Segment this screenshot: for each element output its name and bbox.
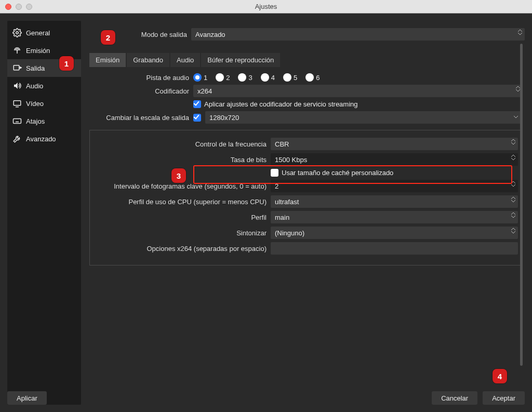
settings-window: Ajustes General Emisión Salida	[0, 0, 532, 412]
output-icon	[12, 63, 22, 73]
annotation-badge-3: 3	[171, 168, 186, 183]
x264opts-input[interactable]	[271, 242, 518, 255]
titlebar: Ajustes	[0, 0, 532, 14]
enforce-streaming-checkbox[interactable]: Aplicar ajustes de codificador de servic…	[193, 100, 358, 108]
stepper-icon	[511, 228, 516, 234]
window-title: Ajustes	[0, 3, 532, 10]
annotation-badge-2: 2	[101, 30, 115, 45]
stepper-icon[interactable]	[511, 154, 516, 161]
annotation-badge-1: 1	[59, 56, 74, 71]
rescale-label: Cambiar la escala de salida	[89, 114, 193, 122]
tune-row: Sintonizar (Ninguno)	[94, 227, 518, 239]
video-icon	[12, 99, 22, 108]
sidebar-item-label: Audio	[26, 82, 43, 90]
keyint-value: 2	[275, 182, 278, 190]
tab-audio[interactable]: Audio	[170, 53, 200, 67]
audio-icon	[12, 81, 22, 90]
cpu-preset-label: Perfil de uso de CPU (superior = menos C…	[94, 198, 271, 206]
encoder-settings-panel: Control de la frecuencia CBR Tasa de bit…	[89, 130, 523, 265]
encoder-select[interactable]: x264	[193, 85, 523, 97]
rescale-checkbox[interactable]	[193, 114, 201, 122]
x264opts-row: Opciones x264 (separadas por espacio)	[94, 242, 518, 255]
custom-buffer-checkbox[interactable]: Usar tamaño de caché personalizado	[271, 169, 393, 177]
audio-track-3[interactable]: 3	[238, 73, 252, 82]
sidebar-item-label: Salida	[26, 64, 45, 72]
x264opts-label: Opciones x264 (separadas por espacio)	[94, 245, 271, 252]
gear-icon	[12, 28, 22, 37]
tune-select[interactable]: (Ninguno)	[271, 227, 518, 239]
bottom-bar: Aplicar Cancelar Aceptar	[7, 391, 525, 405]
profile-select[interactable]: main	[271, 211, 518, 223]
tune-label: Sintonizar	[94, 229, 271, 237]
rate-control-row: Control de la frecuencia CBR	[94, 138, 518, 150]
sidebar-item-label: Vídeo	[26, 100, 44, 108]
bitrate-value: 1500 Kbps	[275, 156, 307, 164]
sidebar-item-hotkeys[interactable]: Atajos	[7, 112, 81, 130]
ok-button[interactable]: Aceptar	[483, 391, 525, 405]
svg-point-1	[17, 50, 18, 51]
bitrate-input[interactable]: 1500 Kbps	[271, 153, 518, 166]
bitrate-row: Tasa de bits 1500 Kbps	[94, 153, 518, 166]
audio-track-row: Pista de audio 1 2 3 4 5 6	[89, 73, 523, 82]
keyint-label: Intervalo de fotogramas clave (segundos,…	[94, 182, 271, 190]
svg-point-0	[16, 32, 19, 34]
audio-track-radios: 1 2 3 4 5 6	[193, 73, 325, 82]
content-area: Modo de salida Avanzado Emisión Grabando…	[87, 21, 525, 405]
cpu-preset-value: ultrafast	[275, 198, 299, 206]
sidebar-item-label: Atajos	[26, 117, 45, 125]
stepper-icon	[511, 212, 516, 218]
scrollbar[interactable]	[520, 44, 523, 366]
apply-button[interactable]: Aplicar	[7, 391, 47, 405]
body: General Emisión Salida Audio	[0, 14, 532, 412]
sidebar: General Emisión Salida Audio	[7, 21, 81, 405]
sidebar-item-label: Emisión	[26, 47, 50, 55]
stepper-icon	[511, 139, 516, 145]
annotation-badge-4: 4	[493, 369, 507, 383]
tab-streaming[interactable]: Emisión	[89, 53, 126, 67]
output-tabs: Emisión Grabando Audio Búfer de reproduc…	[87, 53, 525, 67]
sidebar-item-general[interactable]: General	[7, 24, 81, 42]
sidebar-item-advanced[interactable]: Avanzado	[7, 130, 81, 148]
stepper-icon[interactable]	[511, 181, 516, 187]
cancel-button[interactable]: Cancelar	[432, 391, 477, 405]
audio-track-5[interactable]: 5	[283, 73, 297, 82]
keyint-input[interactable]: 2	[271, 180, 518, 192]
tune-value: (Ninguno)	[275, 229, 304, 237]
rescale-select[interactable]: 1280x720	[205, 111, 523, 124]
keyboard-icon	[12, 116, 22, 126]
profile-value: main	[275, 214, 289, 221]
encoder-row: Codificador x264	[89, 85, 523, 97]
cpu-preset-select[interactable]: ultrafast	[271, 195, 518, 208]
bitrate-label: Tasa de bits	[94, 156, 271, 164]
enforce-label: Aplicar ajustes de codificador de servic…	[204, 100, 358, 108]
custom-buffer-label: Usar tamaño de caché personalizado	[282, 169, 393, 177]
rescale-row: Cambiar la escala de salida 1280x720	[89, 111, 523, 124]
sidebar-item-label: General	[26, 29, 50, 37]
audio-track-6[interactable]: 6	[305, 73, 320, 82]
tab-replay-buffer[interactable]: Búfer de reproducción	[201, 53, 280, 67]
sidebar-item-video[interactable]: Vídeo	[7, 95, 81, 112]
audio-track-label: Pista de audio	[89, 74, 193, 82]
rate-control-select[interactable]: CBR	[271, 138, 518, 150]
rate-control-label: Control de la frecuencia	[94, 140, 271, 148]
sidebar-item-audio[interactable]: Audio	[7, 77, 81, 95]
stepper-icon	[517, 29, 523, 35]
audio-track-1[interactable]: 1	[193, 73, 207, 82]
svg-rect-3	[14, 101, 21, 105]
output-mode-select[interactable]: Avanzado	[191, 28, 525, 41]
tools-icon	[12, 134, 22, 143]
streaming-panel: Pista de audio 1 2 3 4 5 6 Codificador x…	[87, 67, 525, 268]
rescale-value: 1280x720	[209, 114, 239, 122]
stepper-icon	[511, 196, 516, 203]
checkbox-icon	[271, 169, 278, 177]
audio-track-2[interactable]: 2	[216, 73, 230, 82]
svg-rect-4	[14, 119, 21, 124]
broadcast-icon	[12, 46, 22, 55]
checkbox-icon	[193, 100, 201, 108]
chevron-down-icon	[513, 115, 518, 118]
audio-track-4[interactable]: 4	[261, 73, 275, 82]
enforce-row: Aplicar ajustes de codificador de servic…	[89, 100, 523, 108]
encoder-label: Codificador	[89, 87, 193, 95]
output-mode-row: Modo de salida Avanzado	[87, 28, 525, 41]
tab-recording[interactable]: Grabando	[127, 53, 169, 67]
